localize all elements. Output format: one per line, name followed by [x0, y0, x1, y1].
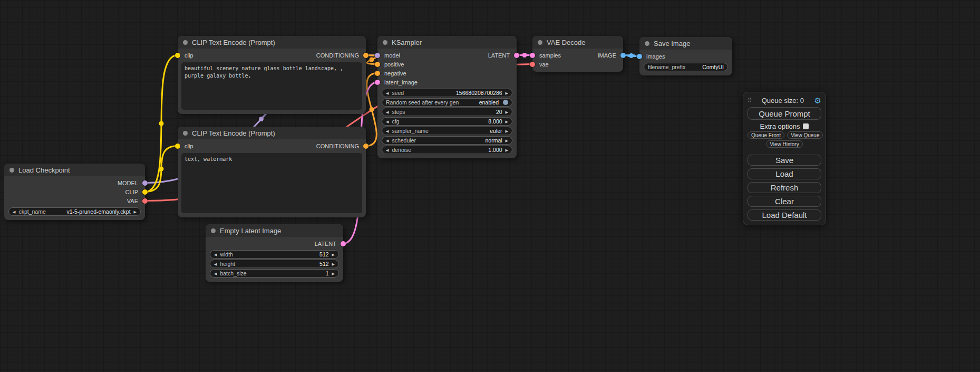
conditioning-output-dot[interactable]: [363, 53, 368, 58]
arrow-right-icon[interactable]: ▶: [506, 120, 508, 123]
collapse-dot-icon[interactable]: [183, 40, 188, 45]
node-save-image[interactable]: Save Image images filename_prefix ComfyU…: [639, 37, 732, 75]
collapse-dot-icon[interactable]: [211, 228, 216, 233]
port-row[interactable]: model LATENT: [377, 51, 517, 60]
model-input-dot[interactable]: [375, 53, 380, 58]
port-row[interactable]: clip CONDITIONING: [178, 51, 366, 60]
port-row[interactable]: samples IMAGE: [532, 51, 623, 60]
images-input-dot[interactable]: [637, 54, 642, 59]
collapse-dot-icon[interactable]: [538, 40, 542, 45]
output-port-clip[interactable]: CLIP: [4, 187, 145, 196]
node-ksampler[interactable]: KSampler model LATENT positive negative …: [377, 36, 517, 158]
arrow-left-icon[interactable]: ◀: [214, 272, 217, 275]
widget-cfg[interactable]: ◀ cfg 8.000 ▶: [382, 117, 512, 126]
widget-scheduler[interactable]: ◀ scheduler normal ▶: [382, 136, 512, 145]
node-title-bar[interactable]: VAE Decode: [532, 36, 623, 49]
input-port-latent-image[interactable]: latent_image: [377, 78, 517, 87]
vae-input-dot[interactable]: [530, 62, 535, 67]
arrow-right-icon[interactable]: ▶: [332, 253, 335, 256]
widget-seed[interactable]: ◀ seed 156680208700286 ▶: [382, 89, 512, 97]
arrow-left-icon[interactable]: ◀: [386, 139, 389, 142]
widget-batch-size[interactable]: ◀ batch_size 1 ▶: [210, 269, 339, 278]
widget-steps[interactable]: ◀ steps 20 ▶: [382, 108, 512, 116]
node-title-bar[interactable]: Load Checkpoint: [4, 164, 145, 176]
arrow-right-icon[interactable]: ▶: [506, 139, 508, 142]
collapse-dot-icon[interactable]: [383, 40, 387, 45]
widget-width[interactable]: ◀ width 512 ▶: [210, 250, 339, 259]
clip-input-dot[interactable]: [175, 144, 180, 149]
image-output-dot[interactable]: [620, 53, 626, 58]
load-default-button[interactable]: Load Default: [748, 209, 821, 221]
model-output-dot[interactable]: [142, 180, 148, 186]
view-history-button[interactable]: View History: [766, 140, 802, 148]
widget-sampler-name[interactable]: ◀ sampler_name euler ▶: [382, 127, 512, 135]
node-title-bar[interactable]: Save Image: [639, 37, 732, 50]
arrow-right-icon[interactable]: ▶: [332, 272, 335, 275]
prompt-textarea[interactable]: beautiful scenery nature glass bottle la…: [181, 62, 362, 110]
latent-output-dot[interactable]: [514, 53, 519, 58]
arrow-left-icon[interactable]: ◀: [386, 110, 389, 114]
latent-output-dot[interactable]: [341, 241, 346, 246]
arrow-right-icon[interactable]: ▶: [506, 91, 508, 95]
positive-input-dot[interactable]: [375, 62, 380, 67]
arrow-right-icon[interactable]: ▶: [134, 210, 137, 214]
conditioning-output-dot[interactable]: [363, 144, 368, 149]
node-vae-decode[interactable]: VAE Decode samples IMAGE vae: [532, 36, 623, 72]
refresh-button[interactable]: Refresh: [748, 182, 821, 193]
clip-output-dot[interactable]: [142, 189, 148, 195]
arrow-left-icon[interactable]: ◀: [386, 120, 389, 123]
node-title-bar[interactable]: CLIP Text Encode (Prompt): [178, 127, 366, 139]
widget-random-seed-toggle[interactable]: Random seed after every gen enabled: [382, 98, 512, 107]
input-port-images[interactable]: images: [639, 52, 732, 61]
arrow-right-icon[interactable]: ▶: [506, 110, 508, 114]
output-port-model[interactable]: MODEL: [4, 178, 145, 187]
port-row[interactable]: clip CONDITIONING: [178, 141, 366, 150]
clip-input-dot[interactable]: [175, 53, 180, 58]
drag-handle-icon[interactable]: ⠿: [748, 97, 751, 104]
clear-button[interactable]: Clear: [748, 196, 821, 207]
vae-output-dot[interactable]: [142, 198, 148, 204]
arrow-left-icon[interactable]: ◀: [386, 91, 389, 95]
arrow-right-icon[interactable]: ▶: [332, 262, 335, 266]
node-title-bar[interactable]: KSampler: [377, 36, 517, 49]
arrow-left-icon[interactable]: ◀: [13, 210, 15, 214]
output-port-vae[interactable]: VAE: [4, 196, 145, 205]
queue-prompt-button[interactable]: Queue Prompt: [748, 107, 821, 120]
widget-ckpt-name[interactable]: ◀ ckpt_name v1-5-pruned-emaonly.ckpt ▶: [8, 207, 141, 216]
arrow-right-icon[interactable]: ▶: [506, 129, 508, 133]
port-label: LATENT: [315, 241, 336, 247]
arrow-left-icon[interactable]: ◀: [386, 148, 389, 152]
prompt-textarea[interactable]: text, watermark: [181, 153, 362, 213]
widget-filename-prefix[interactable]: filename_prefix ComfyUI: [644, 63, 728, 71]
node-clip-text-encode-positive[interactable]: CLIP Text Encode (Prompt) clip CONDITION…: [178, 36, 366, 114]
arrow-left-icon[interactable]: ◀: [214, 262, 217, 266]
node-title-bar[interactable]: CLIP Text Encode (Prompt): [178, 36, 366, 49]
extra-options-checkbox[interactable]: [803, 123, 809, 129]
load-button[interactable]: Load: [748, 168, 821, 179]
arrow-left-icon[interactable]: ◀: [214, 253, 217, 256]
save-button[interactable]: Save: [748, 155, 821, 166]
node-title-bar[interactable]: Empty Latent Image: [206, 224, 343, 237]
output-port-latent[interactable]: LATENT: [206, 239, 343, 248]
widget-height[interactable]: ◀ height 512 ▶: [210, 260, 339, 268]
settings-gear-icon[interactable]: ⚙: [814, 97, 821, 104]
collapse-dot-icon[interactable]: [9, 168, 14, 173]
arrow-left-icon[interactable]: ◀: [386, 129, 389, 133]
queue-front-button[interactable]: Queue Front: [748, 131, 784, 139]
widget-denoise[interactable]: ◀ denoise 1.000 ▶: [382, 146, 512, 154]
input-port-negative[interactable]: negative: [377, 69, 517, 78]
collapse-dot-icon[interactable]: [183, 131, 188, 136]
toggle-knob-icon[interactable]: [503, 100, 508, 105]
negative-input-dot[interactable]: [375, 71, 380, 76]
collapse-dot-icon[interactable]: [645, 41, 649, 46]
node-load-checkpoint[interactable]: Load Checkpoint MODEL CLIP VAE ◀ ckpt_na…: [4, 164, 145, 220]
input-port-vae[interactable]: vae: [532, 60, 623, 69]
node-clip-text-encode-negative[interactable]: CLIP Text Encode (Prompt) clip CONDITION…: [178, 127, 366, 217]
view-queue-button[interactable]: View Queue: [787, 131, 823, 139]
arrow-right-icon[interactable]: ▶: [506, 148, 508, 152]
node-graph-canvas[interactable]: Load Checkpoint MODEL CLIP VAE ◀ ckpt_na…: [0, 0, 980, 372]
samples-input-dot[interactable]: [530, 53, 535, 58]
input-port-positive[interactable]: positive: [377, 60, 517, 69]
latent-image-input-dot[interactable]: [375, 80, 380, 85]
node-empty-latent-image[interactable]: Empty Latent Image LATENT ◀ width 512 ▶ …: [206, 224, 343, 282]
